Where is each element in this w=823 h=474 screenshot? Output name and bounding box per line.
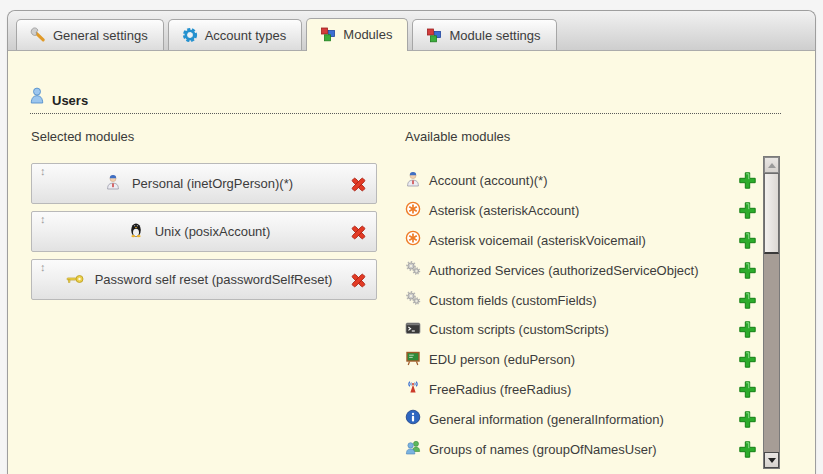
modules-panel: Users Selected modules Available modules… [8, 51, 815, 474]
drag-handle-icon[interactable]: ↕ [40, 214, 46, 225]
add-icon[interactable] [738, 320, 757, 339]
module-label: Custom scripts (customScripts) [429, 322, 609, 337]
available-modules-list: Account (account)(*) [405, 166, 757, 464]
blackboard-icon [405, 350, 421, 370]
person-icon [405, 170, 421, 191]
available-module-row: Authorized Services (authorizedServiceOb… [405, 255, 757, 285]
add-icon[interactable] [738, 261, 757, 280]
available-module-row: Account (account)(*) [405, 166, 757, 196]
module-label: Groups of names (groupOfNamesUser) [429, 442, 657, 457]
selected-modules-label: Selected modules [31, 129, 134, 144]
gear-icon [182, 27, 198, 43]
available-module-row: General information (generalInformation) [405, 404, 757, 434]
users-section-header: Users [30, 87, 781, 114]
key-icon [66, 271, 84, 289]
groups-icon [405, 439, 421, 459]
module-label: EDU person (eduPerson) [429, 352, 575, 367]
user-icon [30, 87, 44, 108]
tab-account-types[interactable]: Account types [168, 19, 303, 50]
modules-icon [320, 26, 336, 42]
drag-handle-icon[interactable]: ↕ [40, 262, 46, 273]
delete-icon[interactable] [350, 272, 367, 289]
gears-icon [405, 290, 421, 310]
available-modules-label: Available modules [405, 129, 510, 144]
tab-module-settings[interactable]: Module settings [412, 19, 556, 50]
tab-label: Module settings [449, 28, 540, 43]
tab-label: Modules [343, 27, 392, 42]
available-module-row: Custom scripts (customScripts) [405, 315, 757, 345]
module-label: Unix (posixAccount) [155, 224, 271, 239]
tab-label: Account types [205, 28, 287, 43]
module-label: Password self reset (passwordSelfReset) [95, 272, 333, 287]
add-icon[interactable] [738, 201, 757, 220]
gears-icon [405, 260, 421, 280]
info-icon [405, 409, 421, 429]
available-module-row: Asterisk (asteriskAccount) [405, 196, 757, 226]
available-module-row: Asterisk voicemail (asteriskVoicemail) [405, 226, 757, 256]
module-label: Authorized Services (authorizedServiceOb… [429, 263, 699, 278]
scroll-down-button[interactable] [764, 452, 779, 468]
drag-handle-icon[interactable]: ↕ [40, 166, 46, 177]
add-icon[interactable] [738, 291, 757, 310]
scrollbar-thumb[interactable] [764, 173, 779, 254]
tux-icon [128, 221, 144, 242]
antenna-icon [405, 379, 421, 399]
module-label: Asterisk voicemail (asteriskVoicemail) [429, 233, 646, 248]
config-window: General settings Account types [7, 10, 816, 474]
scroll-up-button[interactable] [764, 157, 779, 173]
selected-module-row: ↕ Personal (inetOrgPerson)(*) [31, 163, 377, 204]
add-icon[interactable] [738, 380, 757, 399]
module-label: Personal (inetOrgPerson)(*) [132, 176, 293, 191]
available-module-row: FreeRadius (freeRadius) [405, 375, 757, 405]
person-icon [105, 173, 121, 194]
module-label: Custom fields (customFields) [429, 293, 597, 308]
add-icon[interactable] [738, 410, 757, 429]
add-icon[interactable] [738, 171, 757, 190]
add-icon[interactable] [738, 440, 757, 459]
triangle-up-icon [768, 163, 776, 168]
triangle-down-icon [768, 458, 776, 463]
tab-modules[interactable]: Modules [306, 18, 408, 51]
tab-bar: General settings Account types [8, 11, 815, 51]
module-label: Asterisk (asteriskAccount) [429, 203, 579, 218]
wrench-icon [30, 27, 46, 43]
tab-label: General settings [53, 28, 148, 43]
available-module-row: Custom fields (customFields) [405, 285, 757, 315]
module-label: General information (generalInformation) [429, 412, 664, 427]
section-title: Users [52, 93, 88, 108]
selected-modules-list: ↕ Personal (inetOrgPerson)(*) [31, 163, 377, 307]
asterisk-icon [405, 201, 421, 221]
add-icon[interactable] [738, 231, 757, 250]
available-module-row: EDU person (eduPerson) [405, 345, 757, 375]
selected-module-row: ↕ Password self reset (passwordSelfReset… [31, 259, 377, 300]
available-modules-scrollbar [763, 156, 780, 469]
tab-general-settings[interactable]: General settings [16, 19, 164, 50]
selected-module-row: ↕ Unix (posixAccount) [31, 211, 377, 252]
delete-icon[interactable] [350, 224, 367, 241]
terminal-icon [405, 320, 421, 340]
modules-icon [426, 27, 442, 43]
add-icon[interactable] [738, 350, 757, 369]
delete-icon[interactable] [350, 176, 367, 193]
asterisk-icon [405, 230, 421, 250]
module-label: FreeRadius (freeRadius) [429, 382, 571, 397]
module-label: Account (account)(*) [429, 173, 548, 188]
available-module-row: Groups of names (groupOfNamesUser) [405, 434, 757, 464]
lam-config-screen: General settings Account types [0, 0, 823, 474]
